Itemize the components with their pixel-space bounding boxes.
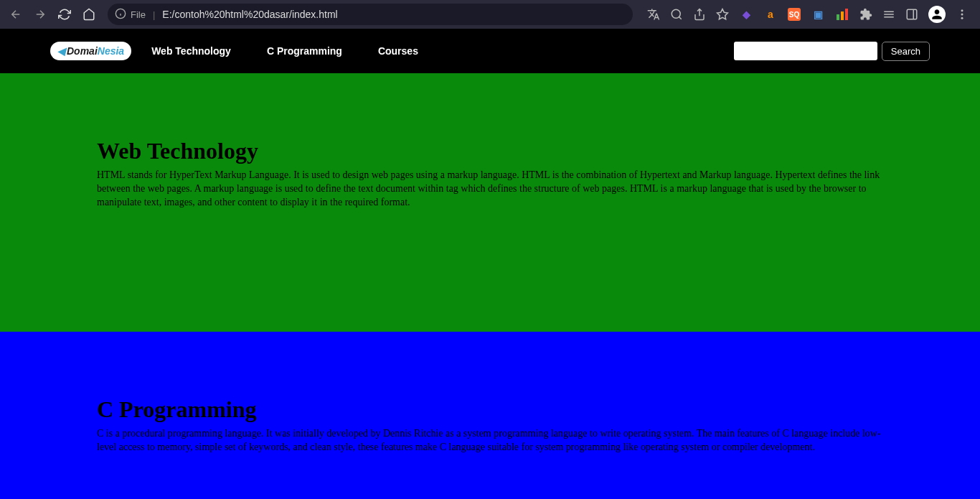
section-web-technology: Web Technology HTML stands for HyperText…: [0, 73, 980, 332]
logo-text-part2: Nesia: [98, 45, 124, 57]
translate-icon[interactable]: [647, 8, 660, 21]
nav-link-c-programming[interactable]: C Programming: [267, 45, 342, 57]
extension-icon-3[interactable]: SQ: [788, 8, 801, 21]
url-scheme-label: File: [131, 9, 146, 20]
zoom-icon[interactable]: [670, 8, 683, 21]
info-icon[interactable]: [115, 8, 126, 22]
svg-rect-7: [841, 11, 844, 20]
svg-rect-6: [837, 14, 839, 20]
bookmark-star-icon[interactable]: [716, 8, 729, 21]
site-navbar: ◀ Domai Nesia Web Technology C Programmi…: [0, 29, 980, 73]
svg-marker-5: [717, 9, 728, 19]
section-title: C Programming: [97, 396, 883, 423]
section-body: HTML stands for HyperText Markup Languag…: [97, 169, 883, 210]
section-title: Web Technology: [97, 138, 883, 164]
search-button[interactable]: Search: [882, 42, 930, 61]
svg-line-4: [679, 17, 681, 19]
forward-button[interactable]: [30, 4, 50, 24]
logo-arrow-icon: ◀: [57, 45, 65, 57]
nav-links: Web Technology C Programming Courses: [151, 45, 418, 57]
page-content: ◀ Domai Nesia Web Technology C Programmi…: [0, 29, 980, 499]
browser-toolbar: File | E:/contoh%20html%20dasar/index.ht…: [0, 0, 980, 29]
svg-point-3: [672, 9, 680, 18]
svg-rect-8: [845, 9, 848, 20]
media-controls-icon[interactable]: [882, 8, 895, 21]
extension-icon-1[interactable]: ◆: [739, 7, 753, 22]
share-icon[interactable]: [693, 8, 706, 21]
extension-icon-5[interactable]: [835, 7, 849, 22]
menu-dots-icon[interactable]: [956, 8, 969, 21]
search-area: Search: [734, 42, 930, 61]
extensions-puzzle-icon[interactable]: [859, 8, 872, 21]
site-logo[interactable]: ◀ Domai Nesia: [50, 42, 131, 60]
url-divider: |: [153, 9, 155, 20]
address-bar[interactable]: File | E:/contoh%20html%20dasar/index.ht…: [108, 4, 633, 25]
svg-rect-9: [907, 9, 917, 19]
section-c-programming: C Programming C is a procedural programm…: [0, 332, 980, 499]
svg-point-12: [961, 14, 963, 16]
home-button[interactable]: [79, 4, 99, 24]
extension-icon-4[interactable]: ▣: [811, 7, 825, 22]
back-button[interactable]: [6, 4, 26, 24]
nav-link-web-technology[interactable]: Web Technology: [151, 45, 231, 57]
search-input[interactable]: [734, 42, 877, 60]
reload-button[interactable]: [55, 4, 75, 24]
svg-point-13: [961, 17, 963, 19]
panel-icon[interactable]: [905, 8, 918, 21]
extension-icon-2[interactable]: a: [763, 7, 778, 22]
svg-point-11: [961, 9, 963, 11]
logo-text-part1: Domai: [67, 45, 98, 57]
url-text: E:/contoh%20html%20dasar/index.html: [162, 9, 337, 20]
nav-link-courses[interactable]: Courses: [378, 45, 418, 57]
profile-avatar-icon[interactable]: [928, 6, 946, 23]
section-body: C is a procedural programming language. …: [97, 427, 883, 454]
